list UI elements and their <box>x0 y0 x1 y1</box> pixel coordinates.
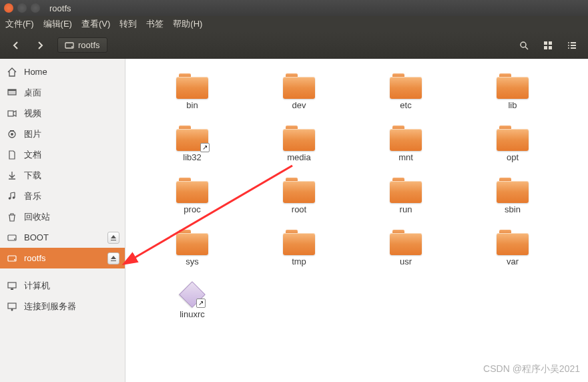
window-maximize-button[interactable] <box>31 3 40 13</box>
folder-icon <box>176 178 208 203</box>
path-segment-rootfs[interactable]: rootfs <box>57 37 107 53</box>
sidebar-item-下载[interactable]: 下载 <box>0 165 125 186</box>
sidebar-item-文档[interactable]: 文档 <box>0 144 125 165</box>
file-label: dev <box>292 100 306 110</box>
file-item[interactable]: tmp <box>246 222 352 274</box>
folder-icon <box>390 230 422 255</box>
svg-rect-28 <box>8 303 16 309</box>
menu-file[interactable]: 文件(F) <box>5 18 34 30</box>
file-item[interactable]: sbin <box>459 170 566 222</box>
folder-icon <box>497 126 529 151</box>
file-item[interactable]: root <box>246 170 352 222</box>
shortcut-badge-icon: ↗ <box>200 143 210 152</box>
svg-point-2 <box>521 42 526 47</box>
folder-icon <box>283 230 315 255</box>
eject-button[interactable] <box>107 232 119 244</box>
svg-rect-27 <box>11 289 13 290</box>
eject-icon <box>110 255 117 262</box>
file-item[interactable]: opt <box>459 118 566 170</box>
file-item[interactable]: lib <box>459 65 566 118</box>
sidebar-item-音乐[interactable]: 音乐 <box>0 186 125 206</box>
sidebar-item-label: 音乐 <box>24 190 41 202</box>
svg-line-3 <box>525 47 528 49</box>
file-item[interactable]: ↗lib32 <box>139 118 246 170</box>
folder-icon <box>283 73 315 99</box>
sidebar-item-视频[interactable]: 视频 <box>0 103 125 124</box>
chevron-left-icon <box>11 41 21 50</box>
trash-icon <box>7 212 17 222</box>
list-view-button[interactable] <box>561 36 583 55</box>
menu-edit[interactable]: 编辑(E) <box>43 18 72 30</box>
executable-icon: ↗ <box>179 281 206 308</box>
file-item[interactable]: mnt <box>352 118 459 170</box>
file-label: sys <box>186 256 199 266</box>
back-button[interactable] <box>5 36 27 55</box>
sidebar-item-图片[interactable]: 图片 <box>0 124 125 144</box>
svg-point-18 <box>11 133 13 136</box>
window-titlebar: rootfs <box>0 0 588 16</box>
svg-rect-11 <box>571 45 576 46</box>
sidebar-item-回收站[interactable]: 回收站 <box>0 206 125 227</box>
file-item[interactable]: run <box>352 170 459 222</box>
menu-go[interactable]: 转到 <box>119 18 137 30</box>
forward-button[interactable] <box>29 36 51 55</box>
sidebar-item-computer[interactable]: 计算机 <box>0 275 125 296</box>
grid-icon <box>543 41 553 50</box>
svg-point-21 <box>13 196 15 199</box>
sidebar-item-label: 视频 <box>24 108 41 120</box>
menu-bookmarks[interactable]: 书签 <box>146 18 164 30</box>
svg-rect-16 <box>8 111 13 116</box>
svg-rect-19 <box>10 130 14 132</box>
drive-icon <box>7 253 17 264</box>
video-icon <box>7 108 17 119</box>
pictures-icon <box>7 129 17 140</box>
svg-rect-7 <box>549 46 552 49</box>
eject-icon <box>110 234 117 241</box>
file-item[interactable]: var <box>459 222 566 274</box>
list-icon <box>567 41 577 50</box>
chevron-right-icon <box>35 41 45 50</box>
file-label: lib <box>508 100 517 110</box>
sidebar-item-label: 回收站 <box>24 211 50 223</box>
window-close-button[interactable] <box>4 3 13 13</box>
svg-rect-26 <box>8 282 16 288</box>
file-item[interactable]: proc <box>139 170 246 222</box>
file-item[interactable]: bin <box>139 65 246 118</box>
file-view[interactable]: bindevetclib↗lib32mediamntoptprocrootrun… <box>125 59 588 382</box>
file-item[interactable]: dev <box>246 65 352 118</box>
file-item[interactable]: ↗linuxrc <box>139 274 246 326</box>
sidebar-item-桌面[interactable]: 桌面 <box>0 82 125 103</box>
toolbar: rootfs <box>0 32 588 59</box>
sidebar-item-network[interactable]: 连接到服务器 <box>0 296 125 317</box>
file-item[interactable]: media <box>246 118 352 170</box>
sidebar-item-boot[interactable]: BOOT <box>0 227 125 248</box>
menu-view[interactable]: 查看(V) <box>81 18 110 30</box>
svg-rect-13 <box>571 47 576 49</box>
file-label: media <box>287 152 310 162</box>
file-item[interactable]: sys <box>139 222 246 274</box>
file-item[interactable]: etc <box>352 65 459 118</box>
network-icon <box>7 301 17 312</box>
folder-icon <box>283 126 315 151</box>
shortcut-badge-icon: ↗ <box>196 299 206 308</box>
search-button[interactable] <box>513 36 535 55</box>
file-label: root <box>292 204 306 214</box>
folder-icon <box>390 73 422 99</box>
folder-icon <box>497 230 529 255</box>
icon-view-button[interactable] <box>537 36 559 55</box>
svg-point-8 <box>568 42 569 43</box>
file-label: linuxrc <box>180 309 205 319</box>
drive-icon <box>65 41 74 50</box>
svg-point-1 <box>71 46 73 47</box>
sidebar-item-label: 文档 <box>24 149 41 161</box>
file-label: opt <box>507 152 519 162</box>
menu-help[interactable]: 帮助(H) <box>173 18 202 30</box>
window-minimize-button[interactable] <box>17 3 27 13</box>
sidebar-item-rootfs[interactable]: rootfs <box>0 248 125 268</box>
svg-point-12 <box>568 47 569 49</box>
file-item[interactable]: usr <box>352 222 459 274</box>
eject-button[interactable] <box>107 252 119 264</box>
downloads-icon <box>7 170 17 181</box>
sidebar-item-home[interactable]: Home <box>0 61 125 82</box>
music-icon <box>7 191 17 202</box>
